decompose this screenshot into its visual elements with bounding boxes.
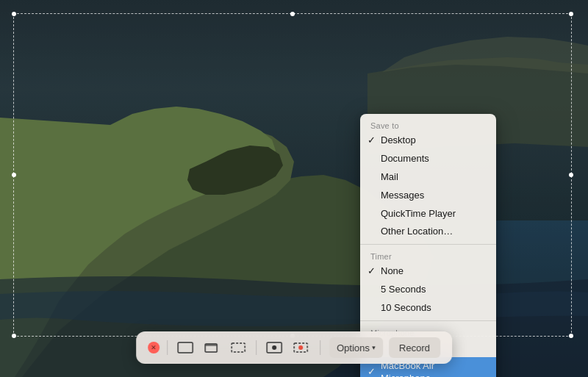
record-label: Record [399, 342, 430, 353]
toolbar-divider-2 [256, 340, 257, 355]
toolbar: Options ▾ Record [136, 331, 452, 364]
menu-item-mail[interactable]: Mail [360, 168, 496, 187]
options-button[interactable]: Options ▾ [329, 337, 383, 358]
menu-item-desktop[interactable]: Desktop [360, 132, 496, 150]
svg-point-7 [272, 345, 276, 350]
timer-label: Timer [360, 248, 496, 262]
menu-item-10-seconds[interactable]: 10 Seconds [360, 299, 496, 317]
menu-item-documents[interactable]: Documents [360, 150, 496, 168]
capture-window-button[interactable] [201, 340, 222, 355]
menu-item-5-seconds[interactable]: 5 Seconds [360, 281, 496, 299]
menu-item-other-location[interactable]: Other Location… [360, 223, 496, 241]
divider-2 [360, 320, 496, 321]
menu-item-quicktime[interactable]: QuickTime Player [360, 205, 496, 223]
capture-selection-button[interactable] [228, 340, 248, 355]
divider-1 [360, 244, 496, 245]
close-button[interactable] [148, 342, 159, 353]
toolbar-divider-3 [320, 340, 320, 355]
capture-full-screen-button[interactable] [175, 340, 196, 355]
svg-point-9 [298, 345, 303, 350]
menu-item-timer-none[interactable]: None [360, 262, 496, 281]
record-full-screen-button[interactable] [264, 340, 284, 355]
options-chevron-icon: ▾ [372, 344, 376, 351]
save-to-label: Save to [360, 117, 496, 132]
options-label: Options [337, 342, 370, 353]
toolbar-divider-1 [167, 340, 168, 355]
svg-rect-4 [205, 344, 217, 346]
desktop-background [0, 0, 588, 377]
menu-item-messages[interactable]: Messages [360, 187, 496, 205]
record-button[interactable]: Record [389, 337, 440, 358]
svg-rect-2 [178, 342, 193, 353]
svg-rect-5 [232, 343, 245, 352]
record-selection-button[interactable] [290, 340, 311, 355]
